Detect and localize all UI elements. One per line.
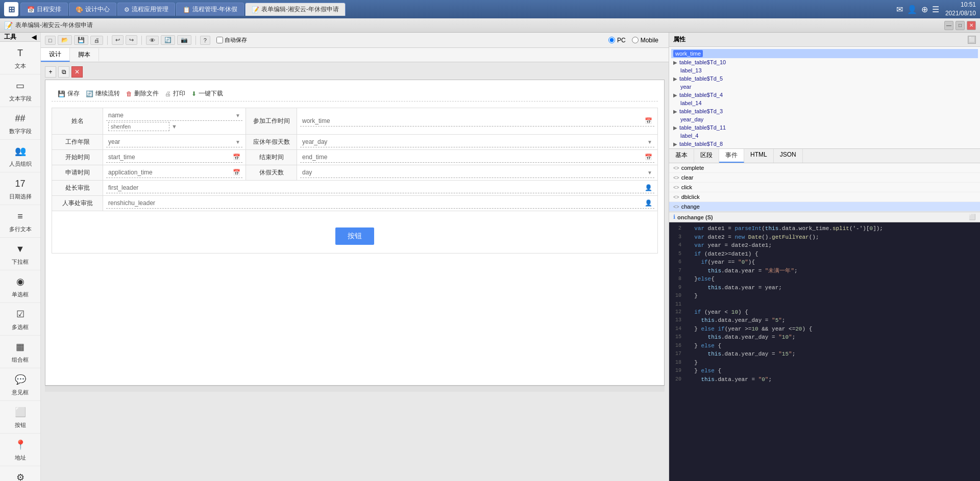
yearday-dropdown-arrow[interactable]: ▼	[647, 139, 652, 145]
sidebar-item-text[interactable]: T文本	[0, 42, 40, 74]
input-days[interactable]: ▼	[300, 167, 654, 178]
autosave-check[interactable]: 自动保存	[216, 36, 247, 44]
name-input[interactable]	[108, 112, 235, 119]
firstleader-input[interactable]	[108, 184, 645, 191]
sidebar-item-people[interactable]: 👥人员组织	[0, 140, 40, 172]
input-endtime[interactable]: 📅	[300, 152, 654, 163]
event-item-complete[interactable]: <>complete	[669, 163, 980, 173]
input-apptime[interactable]: 📅	[106, 167, 242, 178]
sidebar-item-button[interactable]: ⬜按钮	[0, 401, 40, 434]
help-circle-icon[interactable]: ⊕	[921, 5, 928, 14]
input-year[interactable]: ▼	[106, 137, 242, 147]
input-yearday[interactable]: ▼	[300, 137, 654, 147]
panel-expand-btn[interactable]: ⬜	[968, 36, 976, 44]
days-dropdown-arrow[interactable]: ▼	[647, 170, 652, 175]
toolbar-btn-help[interactable]: ?	[200, 36, 210, 45]
apptime-cal-icon[interactable]: 📅	[233, 169, 240, 176]
sidebar-item-opinion[interactable]: 💬意见框	[0, 368, 40, 401]
tree-item-8[interactable]: year_day	[671, 115, 978, 123]
prop-tab-html[interactable]: HTML	[744, 149, 774, 163]
tree-item-7[interactable]: ▶ table_table$Td_3	[671, 107, 978, 115]
mail-icon[interactable]: ✉	[896, 5, 903, 14]
name-dropdown-arrow[interactable]: ▼	[235, 113, 240, 118]
firstleader-user-icon[interactable]: 👤	[645, 184, 652, 191]
toolbar-btn-2[interactable]: 📂	[58, 35, 72, 45]
toolbar-btn-snapshot[interactable]: 📷	[177, 35, 191, 45]
days-input[interactable]	[302, 169, 647, 176]
worktime-calendar-icon[interactable]: 📅	[645, 117, 652, 124]
form-save-btn[interactable]: 💾 保存	[58, 89, 80, 98]
sidebar-item-radio[interactable]: ◉单选框	[0, 270, 40, 303]
toolbar-btn-refresh[interactable]: 🔄	[161, 35, 175, 45]
event-item-change[interactable]: <>change	[669, 202, 980, 212]
endtime-input[interactable]	[302, 154, 645, 161]
tree-item-3[interactable]: ▶ table_table$Td_5	[671, 74, 978, 83]
sidebar-item-combo[interactable]: ▦组合框	[0, 336, 40, 368]
hrleader-input[interactable]	[108, 199, 645, 207]
submit-button[interactable]: 按钮	[335, 227, 374, 245]
input-worktime[interactable]: 📅	[300, 116, 654, 126]
pc-radio-label[interactable]: PC	[608, 37, 626, 44]
identity-arrow[interactable]: ▼	[172, 123, 177, 130]
tree-item-2[interactable]: label_13	[671, 66, 978, 74]
code-expand-icon[interactable]: ⬜	[969, 214, 976, 220]
hrleader-user-icon[interactable]: 👤	[645, 199, 652, 207]
grid-delete-btn[interactable]: ✕	[71, 66, 83, 78]
event-item-dblclick[interactable]: <>dblclick	[669, 192, 980, 202]
tab-design[interactable]: 设计	[41, 48, 70, 62]
sidebar-item-multitext[interactable]: ≡多行文本	[0, 205, 40, 238]
mobile-radio-label[interactable]: Mobile	[632, 37, 658, 44]
sidebar-item-number[interactable]: ##数字字段	[0, 107, 40, 140]
input-firstleader[interactable]: 👤	[106, 183, 654, 193]
event-item-click[interactable]: <>click	[669, 183, 980, 192]
sidebar-collapse-btn[interactable]: ◀	[32, 34, 36, 41]
toolbar-btn-redo[interactable]: ↪	[126, 35, 137, 45]
code-area[interactable]: 2 var date1 = parseInt(this.data.work_ti…	[669, 222, 980, 481]
starttime-cal-icon[interactable]: 📅	[233, 154, 240, 161]
taskbar-tab-flow-manage[interactable]: 📋流程管理-年休假	[176, 3, 244, 16]
sidebar-item-textfield[interactable]: ▭文本字段	[0, 74, 40, 107]
year-input[interactable]	[108, 138, 235, 145]
close-button[interactable]: ✕	[967, 21, 976, 30]
user-icon[interactable]: 👤	[907, 5, 917, 14]
input-name[interactable]: ▼	[106, 110, 242, 121]
prop-tab-basic[interactable]: 基本	[669, 149, 694, 163]
prop-tab-json[interactable]: JSON	[774, 149, 803, 163]
input-hrleader[interactable]: 👤	[106, 198, 654, 209]
tab-script[interactable]: 脚本	[70, 48, 99, 61]
form-print-btn[interactable]: 🖨 打印	[165, 89, 185, 98]
toolbar-btn-undo[interactable]: ↩	[112, 35, 124, 45]
input-starttime[interactable]: 📅	[106, 152, 242, 163]
event-item-clear[interactable]: <>clear	[669, 173, 980, 183]
identity-input[interactable]	[108, 122, 169, 131]
tree-item-10[interactable]: label_4	[671, 132, 978, 140]
tree-item-11[interactable]: ▶ table_table$Td_8	[671, 140, 978, 148]
prop-tab-event[interactable]: 事件	[719, 149, 744, 163]
sidebar-item-checkbox[interactable]: ☑多选框	[0, 303, 40, 336]
maximize-button[interactable]: □	[955, 21, 965, 30]
pc-radio[interactable]	[608, 37, 615, 43]
toolbar-btn-eye[interactable]: 👁	[146, 36, 159, 45]
sidebar-item-operation[interactable]: ⚙操作条	[0, 466, 40, 481]
autosave-checkbox[interactable]	[216, 37, 223, 43]
menu-icon[interactable]: ☰	[932, 5, 939, 14]
toolbar-btn-print[interactable]: 🖨	[90, 36, 103, 45]
endtime-cal-icon[interactable]: 📅	[645, 154, 652, 161]
tree-item-6[interactable]: label_14	[671, 99, 978, 107]
tree-item-9[interactable]: ▶ table_table$Td_11	[671, 123, 978, 132]
taskbar-tab-design[interactable]: 🎨设计中心	[69, 3, 116, 16]
sidebar-item-date[interactable]: 17日期选择	[0, 172, 40, 205]
apptime-input[interactable]	[108, 169, 233, 176]
tree-item-5[interactable]: ▶ table_table$Td_4	[671, 91, 978, 99]
tree-item-0[interactable]: work_time	[671, 49, 978, 58]
yearday-input[interactable]	[302, 138, 647, 145]
sidebar-item-address[interactable]: 📍地址	[0, 434, 40, 466]
worktime-input[interactable]	[302, 117, 645, 124]
taskbar-tab-flow-app[interactable]: ⚙流程应用管理	[117, 3, 175, 16]
taskbar-tab-form-edit[interactable]: 📝表单编辑-湘安云-年休假申请	[245, 3, 346, 16]
toolbar-btn-1[interactable]: □	[45, 36, 56, 45]
form-download-btn[interactable]: ⬇ 一键下载	[191, 89, 223, 98]
grid-add-btn[interactable]: +	[45, 66, 56, 78]
minimize-button[interactable]: —	[944, 21, 953, 30]
tree-item-1[interactable]: ▶ table_table$Td_10	[671, 58, 978, 66]
